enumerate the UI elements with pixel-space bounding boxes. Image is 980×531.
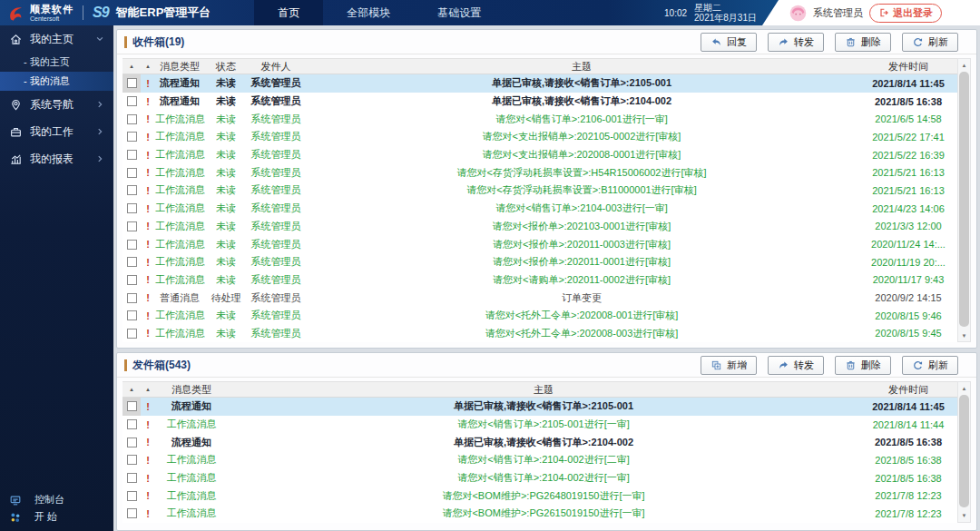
- row-checkbox[interactable]: [127, 203, 137, 213]
- inbox-message-row[interactable]: ! 工作流消息 未读 系统管理员 请您对<存货浮动耗损率设置>:B1100000…: [122, 182, 957, 200]
- scrollbar-thumb[interactable]: [959, 395, 969, 507]
- reply-button[interactable]: 回复: [701, 33, 757, 52]
- column-header-status[interactable]: 状态: [204, 60, 248, 74]
- message-subject[interactable]: 请您对<托外工令单>:202008-003进行[审核]: [304, 327, 859, 340]
- column-header-subject[interactable]: 主题: [228, 383, 859, 397]
- delete-button[interactable]: 删除: [835, 33, 891, 52]
- inbox-message-row[interactable]: ! 流程通知 未读 系统管理员 单据已审核,请接收<销售订单>:2105-001…: [122, 74, 957, 93]
- sidebar-item-system-navigation[interactable]: 系统导航: [0, 91, 113, 118]
- inbox-message-row[interactable]: ! 工作流消息 未读 系统管理员 请您对<托外工令单>:202008-001进行…: [122, 307, 957, 325]
- message-subject[interactable]: 请您对<支出报销单>:202105-0002进行[审核]: [304, 130, 859, 143]
- message-subject[interactable]: 单据已审核,请接收<销售订单>:2105-001: [228, 399, 859, 413]
- nav-tab-home[interactable]: 首页: [254, 0, 323, 25]
- row-checkbox[interactable]: [127, 257, 137, 267]
- message-subject[interactable]: 请您对<BOM维护>:PG2648019150进行[一审]: [228, 489, 859, 503]
- row-checkbox[interactable]: [127, 473, 137, 483]
- row-checkbox[interactable]: [127, 508, 137, 518]
- forward-button[interactable]: 转发: [768, 356, 824, 375]
- column-header-sender[interactable]: 发件人: [248, 60, 304, 74]
- outbox-message-row[interactable]: ! 工作流消息 请您对<销售订单>:2105-001进行[一审] 2021/8/…: [122, 416, 957, 434]
- nav-tab-all-modules[interactable]: 全部模块: [323, 0, 414, 25]
- message-subject[interactable]: 请您对<报价单>:202011-0003进行[审核]: [304, 238, 859, 251]
- select-column-header[interactable]: ▴: [122, 382, 141, 397]
- row-checkbox[interactable]: [127, 185, 137, 195]
- message-subject[interactable]: 请您对<报价单>:202103-0001进行[审核]: [304, 220, 859, 233]
- message-subject[interactable]: 单据已审核,请接收<销售订单>:2104-002: [228, 436, 859, 449]
- row-checkbox[interactable]: [127, 275, 137, 285]
- inbox-message-row[interactable]: ! 工作流消息 未读 系统管理员 请您对<报价单>:202103-0001进行[…: [122, 218, 957, 236]
- refresh-button[interactable]: 刷新: [902, 33, 958, 52]
- row-checkbox[interactable]: [127, 240, 137, 250]
- outbox-message-row[interactable]: ! 工作流消息 请您对<销售订单>:2104-002进行[一审] 2021/8/…: [122, 469, 957, 487]
- inbox-message-row[interactable]: ! 工作流消息 未读 系统管理员 请您对<托外工令单>:202008-003进行…: [122, 325, 957, 343]
- column-header-time[interactable]: 发件时间: [859, 383, 957, 397]
- sidebar-item-my-homepage[interactable]: - 我的主页: [0, 53, 113, 72]
- message-subject[interactable]: 请您对<报价单>:202011-0001进行[审核]: [304, 255, 859, 269]
- nav-tab-basic-settings[interactable]: 基础设置: [414, 0, 505, 25]
- new-button[interactable]: 新增: [701, 356, 757, 375]
- message-subject[interactable]: 请您对<销售订单>:2104-002进行[二审]: [228, 453, 859, 467]
- column-header-time[interactable]: 发件时间: [859, 60, 957, 74]
- refresh-button[interactable]: 刷新: [902, 356, 958, 375]
- message-subject[interactable]: 请您对<请购单>:202011-0002进行[审核]: [304, 273, 859, 287]
- message-subject[interactable]: 请您对<销售订单>:2104-002进行[一审]: [228, 471, 859, 485]
- inbox-message-row[interactable]: ! 工作流消息 未读 系统管理员 请您对<请购单>:202011-0002进行[…: [122, 271, 957, 290]
- inbox-message-row[interactable]: ! 工作流消息 未读 系统管理员 请您对<存货浮动耗损率设置>:H54R1500…: [122, 163, 957, 182]
- message-subject[interactable]: 请您对<存货浮动耗损率设置>:B11000001进行[审核]: [304, 183, 859, 197]
- message-subject[interactable]: 请您对<支出报销单>:202008-0001进行[审核]: [304, 148, 859, 162]
- outbox-message-row[interactable]: ! 工作流消息 请您对<销售订单>:2104-002进行[二审] 2021/8/…: [122, 451, 957, 469]
- inbox-message-row[interactable]: ! 工作流消息 未读 系统管理员 请您对<销售订单>:2104-003进行[一审…: [122, 200, 957, 218]
- select-column-header[interactable]: ▴: [122, 59, 141, 74]
- scrollbar-thumb[interactable]: [959, 72, 969, 327]
- message-subject[interactable]: 请您对<销售订单>:2104-003进行[一审]: [304, 202, 859, 215]
- message-subject[interactable]: 请您对<销售订单>:2105-001进行[一审]: [228, 418, 859, 431]
- row-checkbox[interactable]: [127, 150, 137, 160]
- message-subject[interactable]: 单据已审核,请接收<销售订单>:2105-001: [304, 76, 859, 90]
- inbox-message-row[interactable]: ! 流程通知 未读 系统管理员 单据已审核,请接收<销售订单>:2104-002…: [122, 93, 957, 111]
- message-subject[interactable]: 请您对<存货浮动耗损率设置>:H54R15006002进行[审核]: [304, 166, 859, 180]
- sidebar-item-my-messages[interactable]: - 我的消息: [0, 72, 113, 91]
- message-subject[interactable]: 订单变更: [304, 291, 859, 305]
- start-button[interactable]: 开 始: [0, 508, 113, 526]
- scroll-down-arrow[interactable]: ▼: [958, 329, 970, 341]
- inbox-message-row[interactable]: ! 工作流消息 未读 系统管理员 请您对<支出报销单>:202105-0002进…: [122, 128, 957, 146]
- column-header-type[interactable]: 消息类型: [155, 383, 228, 397]
- row-checkbox[interactable]: [127, 132, 137, 142]
- row-checkbox[interactable]: [127, 168, 137, 178]
- outbox-message-row[interactable]: ! 流程通知 单据已审核,请接收<销售订单>:2105-001 2021/8/1…: [122, 398, 957, 416]
- message-subject[interactable]: 请您对<托外工令单>:202008-001进行[审核]: [304, 309, 859, 322]
- row-checkbox[interactable]: [127, 419, 137, 429]
- sidebar-item-my-work[interactable]: 我的工作: [0, 118, 113, 145]
- row-checkbox[interactable]: [127, 438, 137, 447]
- outbox-message-row[interactable]: ! 工作流消息 请您对<BOM维护>:PG2615019150进行[一审] 20…: [122, 505, 957, 523]
- outbox-message-row[interactable]: ! 流程通知 单据已审核,请接收<销售订单>:2104-002 2021/8/5…: [122, 433, 957, 451]
- row-checkbox[interactable]: [127, 221, 137, 231]
- outbox-message-row[interactable]: ! 工作流消息 请您对<BOM维护>:PG2648019150进行[一审] 20…: [122, 487, 957, 505]
- row-checkbox[interactable]: [127, 329, 137, 339]
- message-subject[interactable]: 请您对<BOM维护>:PG2615019150进行[一审]: [228, 506, 859, 520]
- user-avatar[interactable]: [789, 5, 807, 22]
- sidebar-item-my-home[interactable]: 我的主页: [0, 25, 113, 53]
- column-header-type[interactable]: 消息类型: [155, 60, 204, 74]
- message-subject[interactable]: 单据已审核,请接收<销售订单>:2104-002: [304, 94, 859, 108]
- row-checkbox[interactable]: [127, 455, 137, 465]
- delete-button[interactable]: 删除: [835, 356, 891, 375]
- row-checkbox[interactable]: [127, 310, 137, 320]
- row-checkbox[interactable]: [127, 293, 137, 303]
- forward-button[interactable]: 转发: [768, 33, 824, 52]
- row-checkbox[interactable]: [127, 96, 137, 106]
- logout-button[interactable]: 退出登录: [869, 4, 942, 23]
- row-checkbox[interactable]: [127, 114, 137, 124]
- scroll-up-arrow[interactable]: ▲: [958, 59, 970, 71]
- inbox-message-row[interactable]: ! 工作流消息 未读 系统管理员 请您对<报价单>:202011-0003进行[…: [122, 235, 957, 253]
- inbox-message-row[interactable]: ! 工作流消息 未读 系统管理员 请您对<报价单>:202011-0001进行[…: [122, 253, 957, 271]
- inbox-message-row[interactable]: ! 工作流消息 未读 系统管理员 请您对<销售订单>:2106-001进行[一审…: [122, 110, 957, 128]
- scroll-down-arrow[interactable]: ▼: [958, 510, 970, 522]
- scroll-up-arrow[interactable]: ▲: [958, 382, 970, 394]
- console-button[interactable]: 控制台: [0, 491, 113, 508]
- priority-column-header[interactable]: ▴: [141, 386, 155, 393]
- message-subject[interactable]: 请您对<销售订单>:2106-001进行[一审]: [304, 113, 859, 126]
- sidebar-item-my-reports[interactable]: 我的报表: [0, 145, 113, 172]
- row-checkbox[interactable]: [127, 491, 137, 501]
- row-checkbox[interactable]: [127, 78, 137, 88]
